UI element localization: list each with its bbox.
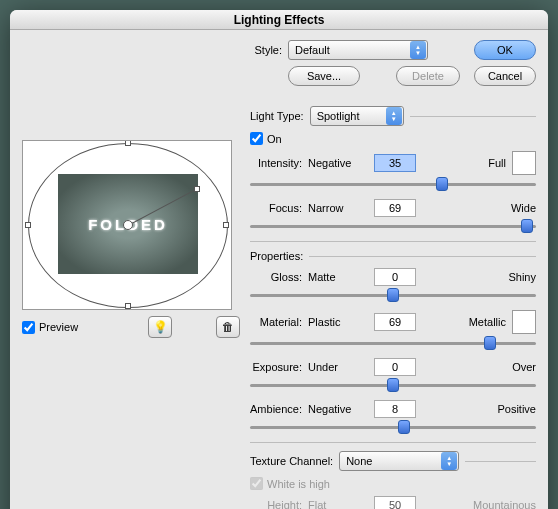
preview-area[interactable]: FOLDED: [22, 140, 232, 310]
focus-high: Wide: [478, 202, 536, 214]
cancel-button[interactable]: Cancel: [474, 66, 536, 86]
material-slider[interactable]: [250, 336, 536, 350]
intensity-high: Full: [448, 157, 506, 169]
height-label: Height:: [250, 499, 308, 509]
light-center[interactable]: [123, 220, 133, 230]
on-label: On: [267, 133, 282, 145]
material-label: Material:: [250, 316, 308, 328]
material-high: Metallic: [448, 316, 506, 328]
ambience-input[interactable]: [374, 400, 416, 418]
style-label: Style:: [250, 44, 288, 56]
gloss-low: Matte: [308, 271, 366, 283]
gloss-high: Shiny: [478, 271, 536, 283]
ambience-label: Ambience:: [250, 403, 308, 415]
lightbulb-icon[interactable]: 💡: [148, 316, 172, 338]
height-high: Mountainous: [456, 499, 536, 509]
texture-value: None: [346, 455, 372, 467]
exposure-input[interactable]: [374, 358, 416, 376]
ok-button[interactable]: OK: [474, 40, 536, 60]
handle-top[interactable]: [125, 140, 131, 146]
focus-label: Focus:: [250, 202, 308, 214]
style-value: Default: [295, 44, 330, 56]
texture-select[interactable]: None ▲▼: [339, 451, 459, 471]
focus-low: Narrow: [308, 202, 366, 214]
preview-label: Preview: [39, 321, 78, 333]
intensity-input[interactable]: [374, 154, 416, 172]
handle-direction[interactable]: [194, 186, 200, 192]
exposure-high: Over: [478, 361, 536, 373]
intensity-low: Negative: [308, 157, 366, 169]
chevron-updown-icon: ▲▼: [410, 41, 426, 59]
lighting-effects-dialog: Lighting Effects FOLDED Preview 💡: [10, 10, 548, 509]
focus-slider[interactable]: [250, 219, 536, 233]
exposure-low: Under: [308, 361, 366, 373]
ambience-high: Positive: [478, 403, 536, 415]
intensity-label: Intensity:: [250, 157, 308, 169]
preview-checkbox[interactable]: [22, 321, 35, 334]
texture-label: Texture Channel:: [250, 455, 333, 467]
material-low: Plastic: [308, 316, 366, 328]
delete-button: Delete: [396, 66, 460, 86]
chevron-updown-icon: ▲▼: [386, 107, 402, 125]
intensity-slider[interactable]: [250, 177, 536, 191]
handle-bottom[interactable]: [125, 303, 131, 309]
ambience-slider[interactable]: [250, 420, 536, 434]
ambience-low: Negative: [308, 403, 366, 415]
lighttype-value: Spotlight: [317, 110, 360, 122]
trash-icon[interactable]: 🗑: [216, 316, 240, 338]
style-select[interactable]: Default ▲▼: [288, 40, 428, 60]
height-low: Flat: [308, 499, 366, 509]
white-high-label: White is high: [267, 478, 330, 490]
light-color-swatch[interactable]: [512, 151, 536, 175]
white-high-checkbox: [250, 477, 263, 490]
height-input: [374, 496, 416, 509]
gloss-label: Gloss:: [250, 271, 308, 283]
save-button[interactable]: Save...: [288, 66, 360, 86]
gloss-slider[interactable]: [250, 288, 536, 302]
properties-label: Properties:: [250, 250, 303, 262]
ambient-color-swatch[interactable]: [512, 310, 536, 334]
lighttype-label: Light Type:: [250, 110, 304, 122]
chevron-updown-icon: ▲▼: [441, 452, 457, 470]
exposure-label: Exposure:: [250, 361, 308, 373]
handle-left[interactable]: [25, 222, 31, 228]
focus-input[interactable]: [374, 199, 416, 217]
dialog-title: Lighting Effects: [10, 10, 548, 30]
material-input[interactable]: [374, 313, 416, 331]
lighttype-select[interactable]: Spotlight ▲▼: [310, 106, 404, 126]
exposure-slider[interactable]: [250, 378, 536, 392]
gloss-input[interactable]: [374, 268, 416, 286]
on-checkbox[interactable]: [250, 132, 263, 145]
handle-right[interactable]: [223, 222, 229, 228]
